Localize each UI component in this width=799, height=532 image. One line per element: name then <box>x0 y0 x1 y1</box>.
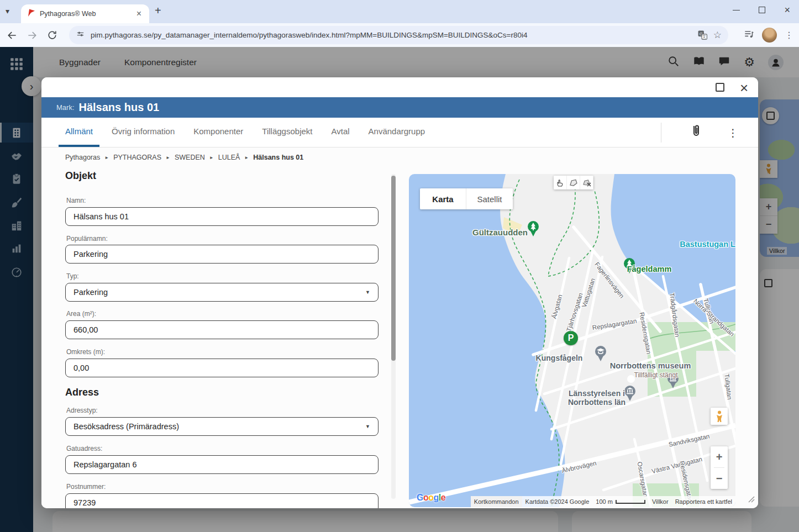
attachment-icon[interactable] <box>690 124 702 141</box>
breadcrumb-sep-icon: ► <box>166 155 170 160</box>
map-type-satellit-button[interactable]: Satellit <box>466 188 513 209</box>
forward-icon[interactable] <box>24 28 40 43</box>
google-logo[interactable]: Google <box>417 493 445 503</box>
government-marker-lansstyrelsen[interactable] <box>624 385 636 404</box>
breadcrumb-item-current: Hälsans hus 01 <box>253 154 303 161</box>
window-maximize-icon[interactable] <box>759 7 765 13</box>
map-type-karta-button[interactable]: Karta <box>420 188 466 209</box>
school-marker-kungsfageln[interactable] <box>595 345 607 364</box>
tab-anvandargrupp[interactable]: Användargrupp <box>362 118 432 147</box>
namn-label: Namn: <box>66 197 86 204</box>
profile-avatar[interactable] <box>762 28 777 43</box>
tab-komponenter[interactable]: Komponenter <box>187 118 250 147</box>
breadcrumb-item[interactable]: SWEDEN <box>175 154 205 161</box>
map-draw-tools <box>554 176 593 189</box>
new-tab-icon[interactable]: + <box>155 4 161 17</box>
tab-search-icon[interactable]: ▾ <box>6 7 9 15</box>
section-objekt-heading: Objekt <box>65 170 96 182</box>
popularnamn-input[interactable] <box>65 245 379 264</box>
map-data-copyright: Kartdata ©2024 Google <box>522 496 593 507</box>
omkrets-input[interactable] <box>65 359 379 377</box>
breadcrumb-item[interactable]: Pythagoras <box>65 154 100 161</box>
favicon-pythagoras <box>27 8 35 19</box>
dropdown-arrow-icon: ▼ <box>365 424 370 429</box>
map-label-kungsfageln[interactable]: Kungsfågeln <box>536 354 583 362</box>
area-input[interactable] <box>65 320 379 339</box>
form-scrollbar-thumb[interactable] <box>391 176 396 361</box>
typ-label: Typ: <box>66 272 79 280</box>
draw-polygon-tool-icon[interactable] <box>567 176 580 189</box>
form-scrollbar <box>391 174 396 499</box>
area-label: Area (m²): <box>66 310 96 318</box>
pegman-control[interactable] <box>711 408 728 425</box>
url-bar[interactable]: pim.pythagoras.se/py_datamanager_interna… <box>69 26 728 44</box>
breadcrumb-sep-icon: ► <box>209 155 214 160</box>
tab-close-icon[interactable]: × <box>134 9 144 19</box>
map-label-fageldamm[interactable]: Fågeldamm <box>627 265 672 273</box>
breadcrumb: Pythagoras ► PYTHAGORAS ► SWEDEN ► LULEÅ… <box>65 154 303 161</box>
browser-menu-icon[interactable]: ⋮ <box>785 30 793 40</box>
bookmark-star-icon[interactable]: ☆ <box>713 29 722 41</box>
dialog-titlebar: Mark: Hälsans hus 01 <box>41 97 758 118</box>
map-label-lansstyrelsen[interactable]: Länsstyrelsen i Norrbottens län <box>568 389 625 407</box>
more-menu-icon[interactable]: ⋮ <box>728 127 738 139</box>
url-text: pim.pythagoras.se/py_datamanager_interna… <box>91 31 692 39</box>
map[interactable]: P Gültzauudden Fågeldamm Bastustugan Lu … <box>409 174 735 507</box>
zoom-in-button[interactable]: + <box>711 446 728 467</box>
object-kind-label: Mark: <box>56 103 75 112</box>
dialog-resize-handle[interactable] <box>747 494 755 505</box>
map-label-bastustugan[interactable]: Bastustugan Lu <box>680 240 735 249</box>
browser-tab[interactable]: Pythagoras® Web × <box>21 4 149 23</box>
svg-text:文: 文 <box>702 34 706 39</box>
postnummer-label: Postnummer: <box>66 483 106 491</box>
site-info-icon[interactable] <box>76 29 85 41</box>
villkor-link[interactable]: Villkor <box>649 496 672 507</box>
tab-allmant[interactable]: Allmänt <box>59 118 99 147</box>
dialog-tabs: Allmänt Övrig information Komponenter Ti… <box>41 118 758 148</box>
back-icon[interactable] <box>4 28 20 43</box>
tree-marker-gultzauudden[interactable] <box>527 220 539 239</box>
namn-input[interactable] <box>65 207 379 226</box>
window-close-icon[interactable]: × <box>784 7 790 13</box>
gatuadress-input[interactable] <box>65 455 379 474</box>
map-label-tillfalligt-stangt: Tillfälligt stängt <box>634 371 678 379</box>
dialog-close-icon[interactable]: × <box>737 78 751 98</box>
map-label-gultzauudden: Gültzauudden <box>472 228 528 237</box>
toolbar-right: ⋮ <box>743 26 793 44</box>
media-controls-icon[interactable] <box>743 29 754 42</box>
tab-avtal[interactable]: Avtal <box>324 118 356 147</box>
dialog-tab-actions: ⋮ <box>661 118 758 148</box>
reload-icon[interactable] <box>44 28 60 43</box>
map-zoom-control: + − <box>711 446 728 489</box>
adresstyp-select[interactable]: Besöksadress (Primäradress)▼ <box>65 417 379 436</box>
kortkommandon-link[interactable]: Kortkommandon <box>471 496 522 507</box>
translate-icon[interactable]: G文 <box>697 30 708 40</box>
tab-ovrig-information[interactable]: Övrig information <box>105 118 181 147</box>
tab-tillaggsobjekt[interactable]: Tilläggsobjekt <box>255 118 319 147</box>
breadcrumb-item[interactable]: LULEÅ <box>218 154 240 161</box>
parking-marker[interactable]: P <box>564 331 578 345</box>
section-adress-heading: Adress <box>65 387 99 398</box>
breadcrumb-item[interactable]: PYTHAGORAS <box>113 154 161 161</box>
dropdown-arrow-icon: ▼ <box>365 289 370 295</box>
zoom-out-button[interactable]: − <box>711 468 728 489</box>
postnummer-input[interactable] <box>65 493 379 508</box>
pan-hand-tool-icon[interactable] <box>554 176 567 189</box>
dialog-maximize-icon[interactable] <box>716 83 724 92</box>
report-map-error-link[interactable]: Rapportera ett kartfel <box>672 496 735 507</box>
dialog-topbar: × <box>41 77 758 97</box>
delete-polygon-tool-icon[interactable] <box>580 176 593 189</box>
object-dialog: × Mark: Hälsans hus 01 Allmänt Övrig inf… <box>41 77 758 508</box>
breadcrumb-sep-icon: ► <box>244 155 249 160</box>
typ-select[interactable]: Parkering▼ <box>65 283 379 302</box>
screen: Byggnader Komponentregister ⚙ <box>0 0 799 532</box>
browser-tabstrip: ▾ Pythagoras® Web × + × <box>0 0 799 23</box>
map-type-control: Karta Satellit <box>420 188 513 209</box>
map-label-norrbottens-museum[interactable]: Norrbottens museum <box>610 361 691 370</box>
tab-title: Pythagoras® Web <box>40 10 134 18</box>
omkrets-label: Omkrets (m): <box>66 348 105 356</box>
map-scale: 100 m <box>592 496 649 507</box>
adresstyp-label: Adresstyp: <box>66 407 98 414</box>
window-minimize-icon[interactable] <box>733 10 740 10</box>
dialog-title: Hälsans hus 01 <box>79 101 160 114</box>
